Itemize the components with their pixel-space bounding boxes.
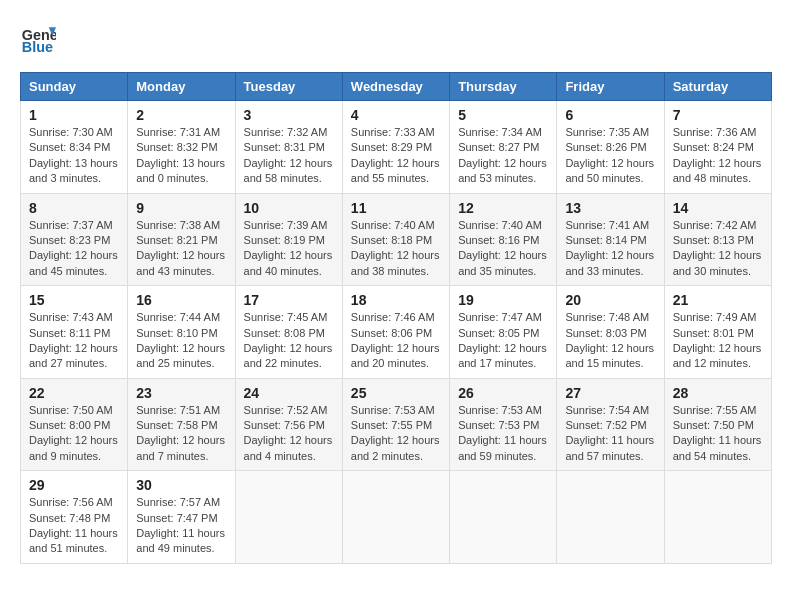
calendar-day-cell: 15Sunrise: 7:43 AMSunset: 8:11 PMDayligh… [21,286,128,379]
day-number: 22 [29,385,119,401]
sunrise-text: Sunrise: 7:55 AM [673,403,763,418]
calendar-day-cell [664,471,771,564]
day-number: 28 [673,385,763,401]
column-header-tuesday: Tuesday [235,73,342,101]
daylight-text: Daylight: 11 hours and 59 minutes. [458,433,548,464]
logo: General Blue [20,20,60,56]
daylight-text: Daylight: 12 hours and 22 minutes. [244,341,334,372]
daylight-text: Daylight: 11 hours and 51 minutes. [29,526,119,557]
sunset-text: Sunset: 8:11 PM [29,326,119,341]
day-info: Sunrise: 7:53 AMSunset: 7:53 PMDaylight:… [458,403,548,465]
calendar-day-cell: 13Sunrise: 7:41 AMSunset: 8:14 PMDayligh… [557,193,664,286]
sunrise-text: Sunrise: 7:38 AM [136,218,226,233]
calendar-day-cell [235,471,342,564]
calendar-day-cell: 21Sunrise: 7:49 AMSunset: 8:01 PMDayligh… [664,286,771,379]
sunrise-text: Sunrise: 7:47 AM [458,310,548,325]
calendar-week-row: 15Sunrise: 7:43 AMSunset: 8:11 PMDayligh… [21,286,772,379]
sunrise-text: Sunrise: 7:31 AM [136,125,226,140]
day-info: Sunrise: 7:31 AMSunset: 8:32 PMDaylight:… [136,125,226,187]
sunset-text: Sunset: 8:32 PM [136,140,226,155]
day-number: 16 [136,292,226,308]
day-info: Sunrise: 7:48 AMSunset: 8:03 PMDaylight:… [565,310,655,372]
day-info: Sunrise: 7:32 AMSunset: 8:31 PMDaylight:… [244,125,334,187]
column-header-friday: Friday [557,73,664,101]
calendar-day-cell: 17Sunrise: 7:45 AMSunset: 8:08 PMDayligh… [235,286,342,379]
daylight-text: Daylight: 12 hours and 33 minutes. [565,248,655,279]
calendar-day-cell [450,471,557,564]
calendar-day-cell: 30Sunrise: 7:57 AMSunset: 7:47 PMDayligh… [128,471,235,564]
sunrise-text: Sunrise: 7:50 AM [29,403,119,418]
calendar-day-cell: 28Sunrise: 7:55 AMSunset: 7:50 PMDayligh… [664,378,771,471]
page-header: General Blue [20,20,772,56]
sunrise-text: Sunrise: 7:53 AM [458,403,548,418]
calendar-day-cell: 8Sunrise: 7:37 AMSunset: 8:23 PMDaylight… [21,193,128,286]
calendar-header-row: SundayMondayTuesdayWednesdayThursdayFrid… [21,73,772,101]
sunset-text: Sunset: 8:23 PM [29,233,119,248]
daylight-text: Daylight: 12 hours and 15 minutes. [565,341,655,372]
calendar-day-cell [342,471,449,564]
svg-text:Blue: Blue [22,39,53,55]
calendar-day-cell: 1Sunrise: 7:30 AMSunset: 8:34 PMDaylight… [21,101,128,194]
calendar-day-cell: 2Sunrise: 7:31 AMSunset: 8:32 PMDaylight… [128,101,235,194]
daylight-text: Daylight: 12 hours and 9 minutes. [29,433,119,464]
day-number: 18 [351,292,441,308]
sunset-text: Sunset: 8:14 PM [565,233,655,248]
sunrise-text: Sunrise: 7:49 AM [673,310,763,325]
sunset-text: Sunset: 7:48 PM [29,511,119,526]
sunset-text: Sunset: 8:29 PM [351,140,441,155]
sunrise-text: Sunrise: 7:43 AM [29,310,119,325]
sunrise-text: Sunrise: 7:36 AM [673,125,763,140]
daylight-text: Daylight: 11 hours and 49 minutes. [136,526,226,557]
sunrise-text: Sunrise: 7:48 AM [565,310,655,325]
day-info: Sunrise: 7:38 AMSunset: 8:21 PMDaylight:… [136,218,226,280]
day-info: Sunrise: 7:36 AMSunset: 8:24 PMDaylight:… [673,125,763,187]
day-number: 23 [136,385,226,401]
calendar-week-row: 1Sunrise: 7:30 AMSunset: 8:34 PMDaylight… [21,101,772,194]
daylight-text: Daylight: 12 hours and 48 minutes. [673,156,763,187]
column-header-wednesday: Wednesday [342,73,449,101]
day-info: Sunrise: 7:53 AMSunset: 7:55 PMDaylight:… [351,403,441,465]
day-info: Sunrise: 7:49 AMSunset: 8:01 PMDaylight:… [673,310,763,372]
sunset-text: Sunset: 7:58 PM [136,418,226,433]
daylight-text: Daylight: 11 hours and 57 minutes. [565,433,655,464]
day-number: 6 [565,107,655,123]
daylight-text: Daylight: 12 hours and 20 minutes. [351,341,441,372]
calendar-day-cell: 29Sunrise: 7:56 AMSunset: 7:48 PMDayligh… [21,471,128,564]
day-info: Sunrise: 7:33 AMSunset: 8:29 PMDaylight:… [351,125,441,187]
day-info: Sunrise: 7:35 AMSunset: 8:26 PMDaylight:… [565,125,655,187]
day-number: 3 [244,107,334,123]
sunset-text: Sunset: 7:56 PM [244,418,334,433]
day-number: 29 [29,477,119,493]
sunset-text: Sunset: 8:08 PM [244,326,334,341]
day-number: 2 [136,107,226,123]
sunrise-text: Sunrise: 7:42 AM [673,218,763,233]
sunset-text: Sunset: 8:27 PM [458,140,548,155]
calendar-day-cell: 20Sunrise: 7:48 AMSunset: 8:03 PMDayligh… [557,286,664,379]
day-info: Sunrise: 7:50 AMSunset: 8:00 PMDaylight:… [29,403,119,465]
sunrise-text: Sunrise: 7:32 AM [244,125,334,140]
sunset-text: Sunset: 8:06 PM [351,326,441,341]
sunset-text: Sunset: 8:05 PM [458,326,548,341]
day-info: Sunrise: 7:37 AMSunset: 8:23 PMDaylight:… [29,218,119,280]
sunset-text: Sunset: 7:53 PM [458,418,548,433]
sunrise-text: Sunrise: 7:52 AM [244,403,334,418]
calendar-day-cell: 16Sunrise: 7:44 AMSunset: 8:10 PMDayligh… [128,286,235,379]
sunrise-text: Sunrise: 7:44 AM [136,310,226,325]
day-number: 20 [565,292,655,308]
day-number: 8 [29,200,119,216]
daylight-text: Daylight: 11 hours and 54 minutes. [673,433,763,464]
daylight-text: Daylight: 12 hours and 40 minutes. [244,248,334,279]
day-number: 25 [351,385,441,401]
day-number: 14 [673,200,763,216]
daylight-text: Daylight: 12 hours and 45 minutes. [29,248,119,279]
calendar-day-cell: 24Sunrise: 7:52 AMSunset: 7:56 PMDayligh… [235,378,342,471]
sunset-text: Sunset: 8:13 PM [673,233,763,248]
calendar-week-row: 22Sunrise: 7:50 AMSunset: 8:00 PMDayligh… [21,378,772,471]
calendar-day-cell: 10Sunrise: 7:39 AMSunset: 8:19 PMDayligh… [235,193,342,286]
sunset-text: Sunset: 8:34 PM [29,140,119,155]
day-number: 13 [565,200,655,216]
day-number: 30 [136,477,226,493]
daylight-text: Daylight: 12 hours and 12 minutes. [673,341,763,372]
calendar-day-cell: 7Sunrise: 7:36 AMSunset: 8:24 PMDaylight… [664,101,771,194]
day-info: Sunrise: 7:39 AMSunset: 8:19 PMDaylight:… [244,218,334,280]
